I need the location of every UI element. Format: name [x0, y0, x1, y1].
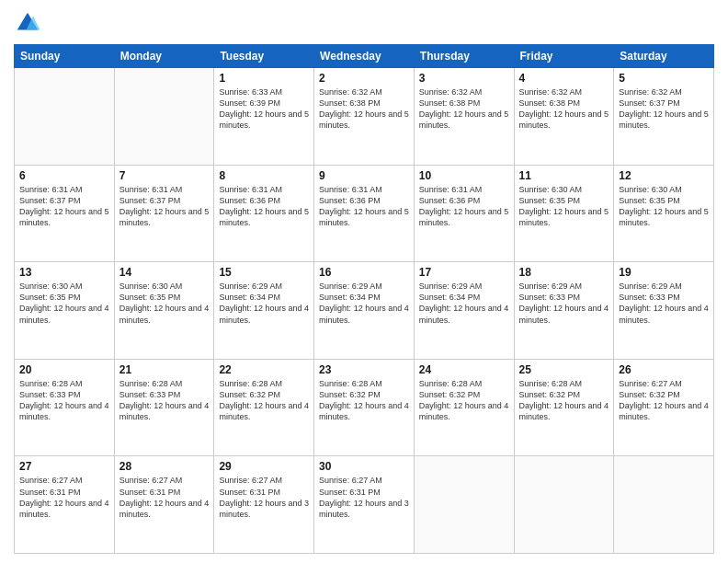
- day-number: 13: [19, 266, 109, 279]
- calendar-cell: [15, 68, 115, 166]
- day-info: Sunrise: 6:31 AM Sunset: 6:37 PM Dayligh…: [119, 184, 210, 229]
- weekday-header-tuesday: Tuesday: [214, 45, 314, 68]
- calendar-cell: [414, 456, 514, 554]
- calendar-cell: 12Sunrise: 6:30 AM Sunset: 6:35 PM Dayli…: [614, 165, 714, 262]
- header: [14, 9, 714, 37]
- calendar-cell: 30Sunrise: 6:27 AM Sunset: 6:31 PM Dayli…: [314, 456, 415, 554]
- day-number: 2: [319, 72, 409, 85]
- day-number: 23: [319, 363, 409, 376]
- calendar-cell: 8Sunrise: 6:31 AM Sunset: 6:36 PM Daylig…: [214, 165, 314, 262]
- calendar-cell: 29Sunrise: 6:27 AM Sunset: 6:31 PM Dayli…: [214, 456, 314, 554]
- calendar-cell: [614, 456, 714, 554]
- day-info: Sunrise: 6:28 AM Sunset: 6:32 PM Dayligh…: [419, 378, 509, 423]
- calendar-cell: 4Sunrise: 6:32 AM Sunset: 6:38 PM Daylig…: [514, 68, 614, 166]
- day-info: Sunrise: 6:31 AM Sunset: 6:36 PM Dayligh…: [219, 184, 309, 229]
- calendar-cell: 27Sunrise: 6:27 AM Sunset: 6:31 PM Dayli…: [15, 456, 115, 554]
- day-number: 5: [619, 72, 709, 85]
- calendar-cell: 22Sunrise: 6:28 AM Sunset: 6:32 PM Dayli…: [214, 359, 314, 456]
- day-number: 30: [319, 460, 409, 473]
- day-number: 15: [219, 266, 309, 279]
- day-number: 8: [219, 169, 309, 182]
- day-number: 21: [119, 363, 210, 376]
- calendar-table: SundayMondayTuesdayWednesdayThursdayFrid…: [14, 44, 714, 554]
- day-number: 24: [419, 363, 509, 376]
- weekday-header-saturday: Saturday: [614, 45, 714, 68]
- calendar-cell: 14Sunrise: 6:30 AM Sunset: 6:35 PM Dayli…: [114, 262, 214, 360]
- day-number: 29: [219, 460, 309, 473]
- day-number: 18: [519, 266, 609, 279]
- day-number: 9: [319, 169, 409, 182]
- day-info: Sunrise: 6:27 AM Sunset: 6:31 PM Dayligh…: [219, 475, 309, 520]
- calendar-cell: [114, 68, 214, 166]
- calendar-week-1: 1Sunrise: 6:33 AM Sunset: 6:39 PM Daylig…: [15, 68, 714, 166]
- calendar-cell: 17Sunrise: 6:29 AM Sunset: 6:34 PM Dayli…: [414, 262, 514, 360]
- calendar-cell: 15Sunrise: 6:29 AM Sunset: 6:34 PM Dayli…: [214, 262, 314, 360]
- calendar-cell: [514, 456, 614, 554]
- logo-icon: [14, 9, 41, 37]
- day-info: Sunrise: 6:28 AM Sunset: 6:32 PM Dayligh…: [319, 378, 409, 423]
- day-number: 16: [319, 266, 409, 279]
- calendar-cell: 7Sunrise: 6:31 AM Sunset: 6:37 PM Daylig…: [114, 165, 214, 262]
- calendar-header-row: SundayMondayTuesdayWednesdayThursdayFrid…: [15, 45, 714, 68]
- page: SundayMondayTuesdayWednesdayThursdayFrid…: [0, 0, 728, 563]
- day-info: Sunrise: 6:32 AM Sunset: 6:38 PM Dayligh…: [319, 86, 409, 132]
- weekday-header-sunday: Sunday: [15, 45, 115, 68]
- day-info: Sunrise: 6:28 AM Sunset: 6:33 PM Dayligh…: [19, 378, 109, 423]
- calendar-week-3: 13Sunrise: 6:30 AM Sunset: 6:35 PM Dayli…: [15, 262, 714, 360]
- calendar-cell: 21Sunrise: 6:28 AM Sunset: 6:33 PM Dayli…: [114, 359, 214, 456]
- day-info: Sunrise: 6:30 AM Sunset: 6:35 PM Dayligh…: [519, 184, 609, 229]
- calendar-cell: 11Sunrise: 6:30 AM Sunset: 6:35 PM Dayli…: [514, 165, 614, 262]
- day-number: 6: [19, 169, 109, 182]
- day-info: Sunrise: 6:27 AM Sunset: 6:32 PM Dayligh…: [619, 378, 709, 423]
- day-number: 11: [519, 169, 609, 182]
- day-info: Sunrise: 6:30 AM Sunset: 6:35 PM Dayligh…: [19, 281, 109, 326]
- day-number: 12: [619, 169, 709, 182]
- calendar-cell: 23Sunrise: 6:28 AM Sunset: 6:32 PM Dayli…: [314, 359, 415, 456]
- calendar-cell: 2Sunrise: 6:32 AM Sunset: 6:38 PM Daylig…: [314, 68, 415, 166]
- calendar-cell: 26Sunrise: 6:27 AM Sunset: 6:32 PM Dayli…: [614, 359, 714, 456]
- day-number: 4: [519, 72, 609, 85]
- calendar-cell: 9Sunrise: 6:31 AM Sunset: 6:36 PM Daylig…: [314, 165, 415, 262]
- day-info: Sunrise: 6:28 AM Sunset: 6:33 PM Dayligh…: [119, 378, 210, 423]
- logo: [14, 9, 45, 37]
- day-number: 20: [19, 363, 109, 376]
- day-info: Sunrise: 6:29 AM Sunset: 6:33 PM Dayligh…: [519, 281, 609, 326]
- day-number: 19: [619, 266, 709, 279]
- calendar-cell: 1Sunrise: 6:33 AM Sunset: 6:39 PM Daylig…: [214, 68, 314, 166]
- day-info: Sunrise: 6:28 AM Sunset: 6:32 PM Dayligh…: [519, 378, 609, 423]
- day-number: 7: [119, 169, 210, 182]
- day-number: 10: [419, 169, 509, 182]
- day-info: Sunrise: 6:32 AM Sunset: 6:38 PM Dayligh…: [419, 86, 509, 132]
- weekday-header-friday: Friday: [514, 45, 614, 68]
- day-info: Sunrise: 6:32 AM Sunset: 6:37 PM Dayligh…: [619, 86, 709, 132]
- day-info: Sunrise: 6:30 AM Sunset: 6:35 PM Dayligh…: [119, 281, 210, 326]
- calendar-cell: 25Sunrise: 6:28 AM Sunset: 6:32 PM Dayli…: [514, 359, 614, 456]
- day-info: Sunrise: 6:31 AM Sunset: 6:36 PM Dayligh…: [419, 184, 509, 229]
- day-info: Sunrise: 6:29 AM Sunset: 6:34 PM Dayligh…: [319, 281, 409, 326]
- day-info: Sunrise: 6:31 AM Sunset: 6:37 PM Dayligh…: [19, 184, 109, 229]
- calendar-cell: 19Sunrise: 6:29 AM Sunset: 6:33 PM Dayli…: [614, 262, 714, 360]
- day-number: 28: [119, 460, 210, 473]
- calendar-cell: 20Sunrise: 6:28 AM Sunset: 6:33 PM Dayli…: [15, 359, 115, 456]
- day-number: 17: [419, 266, 509, 279]
- weekday-header-thursday: Thursday: [414, 45, 514, 68]
- calendar-cell: 10Sunrise: 6:31 AM Sunset: 6:36 PM Dayli…: [414, 165, 514, 262]
- weekday-header-monday: Monday: [114, 45, 214, 68]
- calendar-cell: 24Sunrise: 6:28 AM Sunset: 6:32 PM Dayli…: [414, 359, 514, 456]
- day-number: 25: [519, 363, 609, 376]
- calendar-cell: 16Sunrise: 6:29 AM Sunset: 6:34 PM Dayli…: [314, 262, 415, 360]
- day-info: Sunrise: 6:27 AM Sunset: 6:31 PM Dayligh…: [119, 475, 210, 520]
- day-info: Sunrise: 6:28 AM Sunset: 6:32 PM Dayligh…: [219, 378, 309, 423]
- weekday-header-wednesday: Wednesday: [314, 45, 415, 68]
- calendar-cell: 3Sunrise: 6:32 AM Sunset: 6:38 PM Daylig…: [414, 68, 514, 166]
- day-number: 26: [619, 363, 709, 376]
- calendar-cell: 28Sunrise: 6:27 AM Sunset: 6:31 PM Dayli…: [114, 456, 214, 554]
- calendar-cell: 18Sunrise: 6:29 AM Sunset: 6:33 PM Dayli…: [514, 262, 614, 360]
- day-info: Sunrise: 6:33 AM Sunset: 6:39 PM Dayligh…: [219, 86, 309, 132]
- day-info: Sunrise: 6:32 AM Sunset: 6:38 PM Dayligh…: [519, 86, 609, 132]
- calendar-week-2: 6Sunrise: 6:31 AM Sunset: 6:37 PM Daylig…: [15, 165, 714, 262]
- day-number: 3: [419, 72, 509, 85]
- day-info: Sunrise: 6:30 AM Sunset: 6:35 PM Dayligh…: [619, 184, 709, 229]
- day-number: 1: [219, 72, 309, 85]
- day-info: Sunrise: 6:29 AM Sunset: 6:33 PM Dayligh…: [619, 281, 709, 326]
